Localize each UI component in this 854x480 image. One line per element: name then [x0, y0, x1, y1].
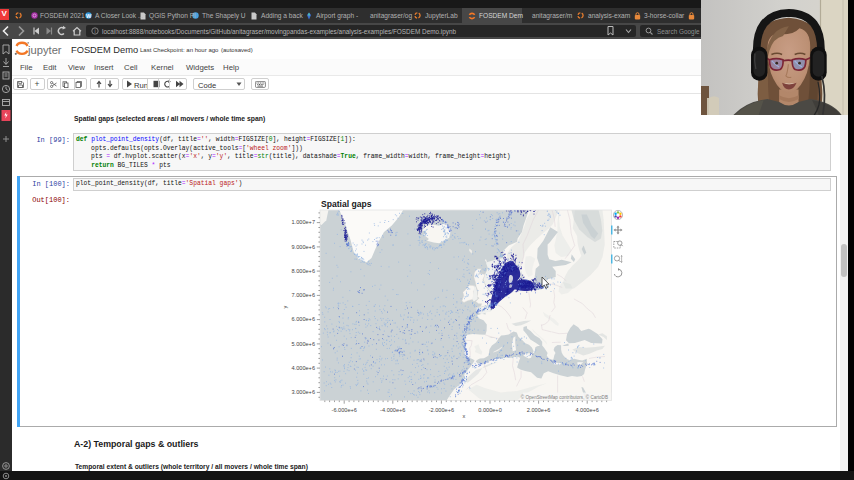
svg-text:5.000e+6: 5.000e+6: [292, 341, 316, 347]
svg-text:6.000e+6: 6.000e+6: [292, 316, 316, 322]
svg-text:8.000e+6: 8.000e+6: [292, 268, 316, 274]
svg-text:W: W: [86, 13, 92, 19]
svg-text:© OpenStreetMap contributors,: © OpenStreetMap contributors, © CartoDB: [521, 394, 608, 400]
svg-text:4.000e+6: 4.000e+6: [292, 365, 316, 371]
svg-text:7.000e+6: 7.000e+6: [292, 292, 316, 298]
svg-text:Spatial gaps: Spatial gaps: [321, 199, 372, 209]
svg-text:1.000e+7: 1.000e+7: [292, 219, 316, 225]
svg-text:2.000e+6: 2.000e+6: [527, 407, 551, 413]
svg-text:x: x: [463, 413, 466, 419]
svg-text:-6.000e+6: -6.000e+6: [332, 407, 357, 413]
svg-text:i: i: [94, 28, 95, 34]
svg-text:-2.000e+6: -2.000e+6: [429, 407, 454, 413]
svg-text:y: y: [282, 305, 288, 308]
svg-text:-4.000e+6: -4.000e+6: [380, 407, 405, 413]
svg-text:0.000e+0: 0.000e+0: [478, 407, 502, 413]
svg-text:4.000e+6: 4.000e+6: [575, 407, 599, 413]
svg-text:9.000e+6: 9.000e+6: [292, 244, 316, 250]
svg-text:3.000e+6: 3.000e+6: [292, 389, 316, 395]
